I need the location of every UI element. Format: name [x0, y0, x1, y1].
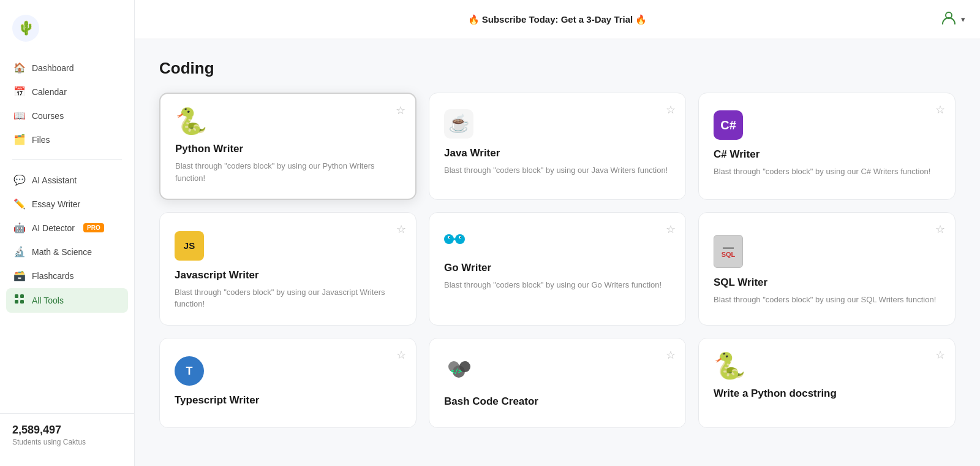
- sidebar-item-essay-writer[interactable]: ✏️ Essay Writer: [6, 193, 128, 215]
- card-icon-java: ☕: [444, 108, 671, 139]
- header-banner: 🔥 Subscribe Today: Get a 3-Day Trial 🔥: [468, 14, 647, 25]
- svg-point-5: [444, 234, 454, 244]
- pro-badge: PRO: [83, 223, 104, 232]
- star-icon[interactable]: ☆: [935, 103, 945, 116]
- card-title: Python Writer: [175, 143, 401, 155]
- sidebar-item-files[interactable]: 🗂️ Files: [6, 128, 128, 151]
- card-title: Write a Python docstring: [714, 388, 940, 400]
- sidebar-item-label: Courses: [32, 111, 64, 121]
- sidebar-item-label: Dashboard: [32, 63, 74, 73]
- star-icon[interactable]: ☆: [666, 348, 676, 362]
- card-desc: Blast through "coders block" by using ou…: [444, 164, 671, 177]
- card-icon-python: 🐍: [175, 109, 401, 134]
- main-content: 🔥 Subscribe Today: Get a 3-Day Trial 🔥 ▾…: [135, 0, 980, 466]
- card-icon-js: JS: [175, 227, 401, 261]
- star-icon[interactable]: ☆: [396, 223, 406, 236]
- nav-divider: [12, 159, 122, 160]
- files-icon: 🗂️: [13, 134, 26, 145]
- card-icon-sql: ▬▬SQL: [714, 227, 940, 268]
- star-icon[interactable]: ☆: [935, 348, 945, 362]
- header: 🔥 Subscribe Today: Get a 3-Day Trial 🔥 ▾: [135, 0, 980, 39]
- card-title: Javascript Writer: [175, 269, 401, 281]
- card-desc: Blast through "coders block" by using ou…: [714, 166, 940, 178]
- sidebar-item-ai-assistant[interactable]: 💬 AI Assistant: [6, 169, 128, 191]
- card-javascript-writer[interactable]: ☆ JS Javascript Writer Blast through "co…: [159, 212, 417, 326]
- card-icon-bash: </>: [444, 353, 671, 387]
- math-science-icon: 🔬: [13, 246, 26, 258]
- user-avatar-icon: [940, 9, 957, 30]
- sidebar-item-label: AI Assistant: [32, 175, 77, 185]
- chevron-down-icon: ▾: [961, 15, 965, 24]
- star-icon[interactable]: ☆: [396, 104, 405, 117]
- card-title: SQL Writer: [714, 277, 940, 289]
- card-bash-code-creator[interactable]: ☆ </> Bash Code Creator: [429, 338, 686, 428]
- sidebar-item-label: All Tools: [32, 296, 64, 305]
- user-menu[interactable]: ▾: [940, 9, 965, 30]
- ai-detector-icon: 🤖: [13, 222, 26, 234]
- sidebar: 🌵 🏠 Dashboard 📅 Calendar 📖 Courses 🗂️ Fi…: [0, 0, 135, 466]
- logo: 🌵: [0, 10, 134, 56]
- svg-text:</>: </>: [451, 368, 462, 375]
- card-title: C# Writer: [714, 148, 940, 161]
- svg-point-6: [455, 234, 465, 244]
- sidebar-item-courses[interactable]: 📖 Courses: [6, 104, 128, 127]
- sidebar-item-ai-detector[interactable]: 🤖 AI Detector PRO: [6, 216, 128, 239]
- sidebar-footer: 2,589,497 Students using Caktus: [0, 413, 134, 456]
- card-desc: Blast through "coders block" by using ou…: [175, 286, 401, 310]
- card-java-writer[interactable]: ☆ ☕ Java Writer Blast through "coders bl…: [429, 93, 686, 200]
- card-csharp-writer[interactable]: ☆ C# C# Writer Blast through "coders blo…: [698, 93, 956, 200]
- card-icon-ts: T: [175, 353, 401, 386]
- svg-rect-0: [15, 294, 18, 298]
- sidebar-item-label: Math & Science: [32, 247, 92, 257]
- content-area: Coding ☆ 🐍 Python Writer Blast through "…: [135, 39, 980, 466]
- sidebar-item-label: Files: [32, 135, 50, 145]
- svg-rect-3: [20, 300, 24, 304]
- svg-rect-1: [20, 294, 24, 298]
- card-python-writer[interactable]: ☆ 🐍 Python Writer Blast through "coders …: [159, 93, 417, 200]
- sidebar-item-dashboard[interactable]: 🏠 Dashboard: [6, 56, 128, 79]
- cards-grid: ☆ 🐍 Python Writer Blast through "coders …: [159, 93, 956, 428]
- section-title: Coding: [159, 59, 956, 78]
- sidebar-item-flashcards[interactable]: 🗃️ Flashcards: [6, 264, 128, 287]
- star-icon[interactable]: ☆: [935, 223, 945, 236]
- card-title: Java Writer: [444, 147, 671, 159]
- star-icon[interactable]: ☆: [666, 223, 676, 236]
- calendar-icon: 📅: [13, 86, 26, 97]
- logo-icon: 🌵: [12, 15, 39, 42]
- flashcards-icon: 🗃️: [13, 270, 26, 281]
- sidebar-nav: 🏠 Dashboard 📅 Calendar 📖 Courses 🗂️ File…: [0, 56, 134, 413]
- sidebar-item-label: Flashcards: [32, 271, 74, 281]
- card-title: Go Writer: [444, 262, 671, 274]
- svg-point-10: [449, 237, 450, 238]
- courses-icon: 📖: [13, 110, 26, 121]
- card-desc: Blast through "coders block" by using ou…: [714, 294, 940, 306]
- sidebar-item-label: Calendar: [32, 87, 67, 97]
- svg-point-11: [460, 237, 461, 238]
- card-icon-pydoc: 🐍: [714, 353, 940, 379]
- dashboard-icon: 🏠: [13, 62, 26, 74]
- all-tools-icon: [13, 294, 26, 307]
- sidebar-item-label: AI Detector: [32, 223, 75, 233]
- svg-rect-2: [15, 300, 18, 304]
- sidebar-item-all-tools[interactable]: All Tools: [6, 288, 128, 313]
- star-icon[interactable]: ☆: [666, 103, 676, 116]
- card-title: Bash Code Creator: [444, 395, 671, 408]
- student-count: 2,589,497: [12, 424, 122, 437]
- essay-writer-icon: ✏️: [13, 198, 26, 210]
- card-desc: Blast through "coders block" by using ou…: [175, 160, 401, 184]
- sidebar-item-label: Essay Writer: [32, 199, 80, 209]
- card-title: Typescript Writer: [175, 394, 401, 407]
- student-label: Students using Caktus: [12, 438, 122, 446]
- star-icon[interactable]: ☆: [396, 348, 406, 362]
- ai-assistant-icon: 💬: [13, 174, 26, 186]
- card-icon-csharp: C#: [714, 108, 940, 140]
- card-go-writer[interactable]: ☆ Go Writer Blast through "coders block"…: [429, 212, 686, 326]
- card-desc: Blast through "coders block" by using ou…: [444, 279, 671, 291]
- card-python-docstring[interactable]: ☆ 🐍 Write a Python docstring: [698, 338, 956, 428]
- card-icon-go: [444, 227, 671, 253]
- card-typescript-writer[interactable]: ☆ T Typescript Writer: [159, 338, 417, 428]
- sidebar-item-math-science[interactable]: 🔬 Math & Science: [6, 240, 128, 263]
- sidebar-item-calendar[interactable]: 📅 Calendar: [6, 80, 128, 103]
- card-sql-writer[interactable]: ☆ ▬▬SQL SQL Writer Blast through "coders…: [698, 212, 956, 326]
